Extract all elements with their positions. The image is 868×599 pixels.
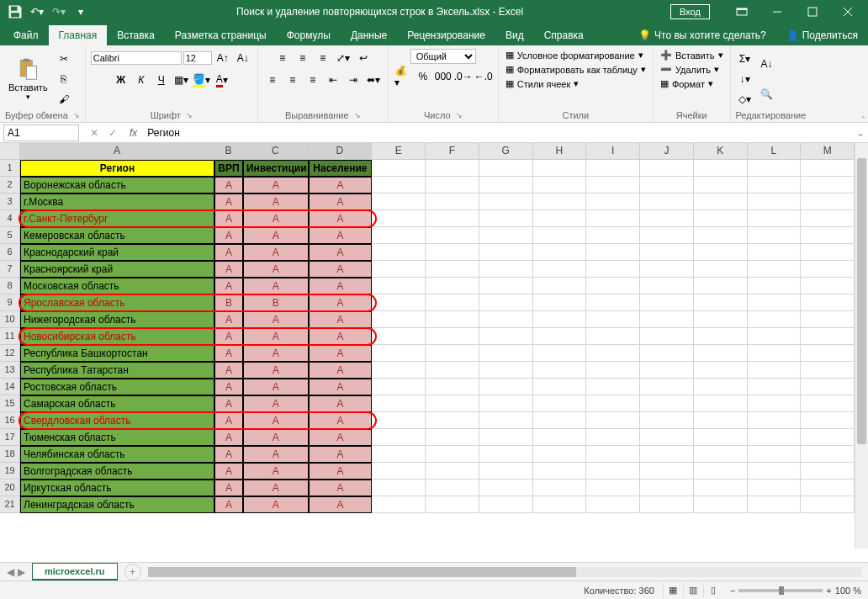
tab-review[interactable]: Рецензирование (397, 25, 495, 45)
cell[interactable] (586, 160, 640, 177)
cell[interactable] (586, 362, 640, 379)
cell[interactable] (426, 261, 479, 278)
column-header[interactable]: K (694, 143, 748, 160)
cell[interactable] (586, 379, 640, 395)
cell[interactable] (372, 496, 426, 513)
cell[interactable] (479, 480, 533, 496)
cell[interactable] (479, 311, 533, 328)
cell[interactable]: A (214, 278, 243, 294)
cell[interactable] (640, 244, 694, 261)
maximize-icon[interactable] (796, 0, 829, 24)
cell[interactable]: A (309, 496, 373, 513)
cell[interactable] (426, 177, 479, 193)
cell[interactable] (640, 412, 694, 429)
cell[interactable] (533, 446, 587, 463)
cell[interactable]: A (214, 480, 243, 496)
align-top-icon[interactable]: ≡ (273, 49, 292, 67)
column-header[interactable]: M (801, 143, 855, 160)
format-painter-icon[interactable]: 🖌 (55, 90, 73, 109)
cell[interactable] (479, 362, 533, 379)
cell[interactable] (748, 278, 802, 294)
cell[interactable] (801, 446, 855, 463)
share-button[interactable]: 👤Поделиться (776, 25, 868, 45)
enter-formula-icon[interactable]: ✓ (104, 127, 121, 139)
cell[interactable]: Воронежская область (20, 177, 214, 193)
cell[interactable]: A (243, 227, 309, 244)
column-header[interactable]: E (372, 143, 426, 160)
add-sheet-button[interactable]: + (124, 564, 141, 580)
cell[interactable]: Волгоградская область (20, 463, 214, 480)
column-header[interactable]: L (748, 143, 802, 160)
row-header[interactable]: 2 (0, 177, 20, 193)
cell[interactable] (586, 210, 640, 227)
cell[interactable] (479, 379, 533, 395)
underline-button[interactable]: Ч (152, 71, 171, 89)
cell[interactable]: Красноярский край (20, 261, 214, 278)
row-header[interactable]: 16 (0, 412, 20, 429)
insert-function-icon[interactable]: fx (124, 127, 142, 139)
cell[interactable]: Краснодарский край (20, 244, 214, 261)
cell[interactable] (640, 294, 694, 311)
decrease-indent-icon[interactable]: ⇤ (324, 71, 342, 89)
cell[interactable] (748, 362, 802, 379)
column-header[interactable]: H (533, 143, 587, 160)
cell[interactable] (586, 244, 640, 261)
align-bottom-icon[interactable]: ≡ (314, 49, 332, 67)
cell[interactable] (426, 446, 479, 463)
page-layout-view-icon[interactable]: ▥ (683, 583, 703, 598)
cell[interactable]: Ярославская область (20, 294, 214, 311)
cell[interactable] (640, 193, 694, 210)
cell[interactable] (748, 496, 802, 513)
cell[interactable] (640, 311, 694, 328)
cell[interactable] (479, 446, 533, 463)
cell[interactable] (479, 244, 533, 261)
cell[interactable] (801, 496, 855, 513)
conditional-formatting-button[interactable]: ▦Условное форматирование▾ (504, 49, 645, 61)
zoom-out-icon[interactable]: − (730, 586, 735, 596)
cell[interactable] (748, 160, 802, 177)
cell[interactable]: A (214, 496, 243, 513)
cell[interactable]: Ленинградская область (20, 496, 214, 513)
cell[interactable]: A (309, 412, 373, 429)
cell[interactable] (694, 345, 748, 362)
cell[interactable] (586, 395, 640, 412)
cell[interactable] (426, 463, 479, 480)
cell[interactable] (479, 294, 533, 311)
cell[interactable]: Новосибирская область (20, 328, 214, 345)
cell[interactable]: A (309, 379, 373, 395)
clipboard-dialog-icon[interactable]: ↘ (73, 111, 80, 119)
select-all-corner[interactable] (0, 143, 20, 160)
cell[interactable] (694, 244, 748, 261)
row-header[interactable]: 3 (0, 193, 20, 210)
tab-data[interactable]: Данные (341, 25, 397, 45)
cell[interactable] (586, 177, 640, 193)
cell[interactable] (586, 193, 640, 210)
tab-layout[interactable]: Разметка страницы (165, 25, 277, 45)
column-header[interactable]: A (20, 143, 214, 160)
format-cells-button[interactable]: ▦Формат▾ (659, 77, 715, 90)
delete-cells-button[interactable]: ➖Удалить▾ (659, 63, 721, 76)
cell[interactable]: Нижегородская область (20, 311, 214, 328)
cell[interactable] (372, 311, 426, 328)
redo-icon[interactable]: ↷▾ (50, 3, 67, 20)
cell[interactable] (586, 463, 640, 480)
cell[interactable] (694, 446, 748, 463)
tab-insert[interactable]: Вставка (107, 25, 165, 45)
cell[interactable]: A (243, 412, 309, 429)
cell[interactable]: A (214, 193, 243, 210)
cell[interactable] (640, 395, 694, 412)
cell[interactable] (640, 261, 694, 278)
cell[interactable]: Иркутская область (20, 480, 214, 496)
cell[interactable] (640, 345, 694, 362)
cell[interactable] (533, 463, 587, 480)
tell-me[interactable]: 💡Что вы хотите сделать? (628, 25, 776, 45)
cell[interactable] (426, 311, 479, 328)
cell[interactable] (586, 345, 640, 362)
cell[interactable]: A (243, 395, 309, 412)
cell[interactable]: A (243, 362, 309, 379)
format-as-table-button[interactable]: ▦Форматировать как таблицу▾ (504, 63, 648, 76)
cell[interactable]: A (214, 362, 243, 379)
cell[interactable] (640, 160, 694, 177)
cell[interactable] (372, 395, 426, 412)
column-header[interactable]: G (479, 143, 533, 160)
